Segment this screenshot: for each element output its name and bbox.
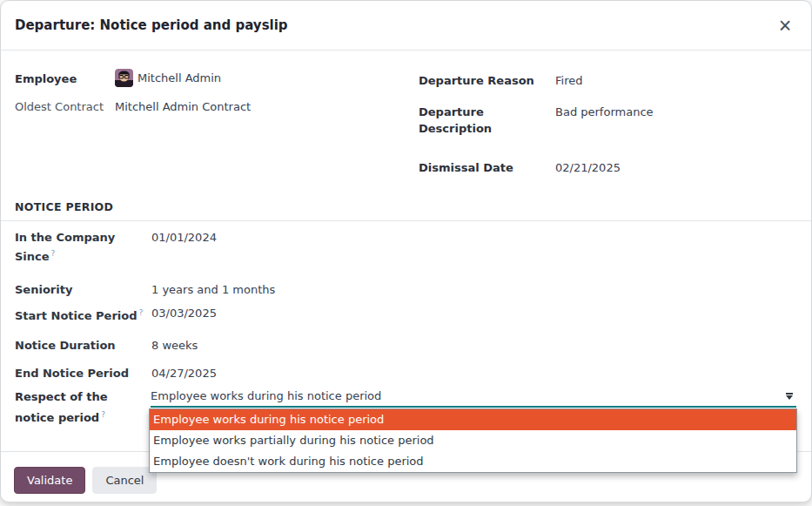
oldest-contract-label: Oldest Contract xyxy=(15,98,115,115)
seniority-label: Seniority xyxy=(15,281,151,298)
oldest-contract-link[interactable]: Mitchell Admin Contract xyxy=(115,98,251,115)
dropdown-caret-icon xyxy=(785,392,794,401)
cancel-button[interactable]: Cancel xyxy=(92,467,157,494)
departure-description-label: Departure Description xyxy=(419,104,555,137)
modal-header: Departure: Notice period and payslip × xyxy=(1,1,811,51)
departure-reason-value: Fired xyxy=(555,72,582,89)
help-icon: ? xyxy=(101,410,105,419)
notice-period-section-heading: NOTICE PERIOD xyxy=(1,200,811,221)
end-notice-period-row: End Notice Period 04/27/2025 xyxy=(15,365,415,381)
start-notice-period-value[interactable]: 03/03/2025 xyxy=(151,305,217,321)
employee-name[interactable]: Mitchell Admin xyxy=(138,70,221,86)
notice-period-fields: In the Company Since? 01/01/2024 Seniori… xyxy=(15,229,415,394)
seniority-row: Seniority 1 years and 1 months xyxy=(15,281,415,298)
end-notice-period-label: End Notice Period xyxy=(15,365,151,381)
dismissal-date-label: Dismissal Date xyxy=(419,159,555,176)
start-notice-period-label: Start Notice Period? xyxy=(15,305,151,324)
in-company-since-label: In the Company Since? xyxy=(15,229,151,265)
start-notice-period-row: Start Notice Period? 03/03/2025 xyxy=(15,305,415,324)
notice-duration-label: Notice Duration xyxy=(15,337,151,354)
respect-notice-label: Respect of the notice period? xyxy=(15,388,147,427)
close-button[interactable]: × xyxy=(771,11,799,39)
employee-value: Mitchell Admin xyxy=(115,69,221,87)
in-company-since-value[interactable]: 01/01/2024 xyxy=(151,229,217,246)
departure-reason-label: Departure Reason xyxy=(419,72,555,89)
employee-group: Employee Mitchell Admin Oldest Contract xyxy=(15,71,398,126)
employee-row: Employee Mitchell Admin xyxy=(15,71,398,87)
end-notice-period-value[interactable]: 04/27/2025 xyxy=(151,365,217,381)
respect-notice-select[interactable]: Employee works during his notice period xyxy=(151,387,796,408)
employee-avatar-icon xyxy=(115,69,133,87)
departure-description-row: Departure Description Bad performance xyxy=(419,104,802,137)
notice-duration-row: Notice Duration 8 weeks xyxy=(15,337,415,354)
departure-description-value[interactable]: Bad performance xyxy=(555,104,654,120)
respect-notice-dropdown: Employee works during his notice period … xyxy=(149,408,797,473)
help-icon: ? xyxy=(138,308,143,317)
dismissal-date-value[interactable]: 02/21/2025 xyxy=(555,159,621,176)
in-company-since-row: In the Company Since? 01/01/2024 xyxy=(15,229,415,265)
seniority-value: 1 years and 1 months xyxy=(151,281,275,298)
notice-duration-value: 8 weeks xyxy=(151,337,198,354)
select-option-works[interactable]: Employee works during his notice period xyxy=(150,409,796,430)
departure-reason-row: Departure Reason Fired xyxy=(419,72,802,89)
select-option-works-partially[interactable]: Employee works partially during his noti… xyxy=(150,430,796,451)
help-icon: ? xyxy=(51,249,56,258)
departure-group: Departure Reason Fired Departure Descrip… xyxy=(419,72,802,191)
oldest-contract-row: Oldest Contract Mitchell Admin Contract xyxy=(15,98,398,115)
employee-label: Employee xyxy=(15,71,115,87)
validate-button[interactable]: Validate xyxy=(14,467,85,494)
footer-buttons: Validate Cancel xyxy=(14,467,157,494)
dialog-title: Departure: Notice period and payslip xyxy=(15,17,288,33)
select-option-doesnt-work[interactable]: Employee doesn't work during his notice … xyxy=(150,451,796,472)
departure-modal: Departure: Notice period and payslip × E… xyxy=(0,0,812,503)
close-icon: × xyxy=(779,13,792,37)
dismissal-date-row: Dismissal Date 02/21/2025 xyxy=(419,159,802,176)
respect-notice-selected-value: Employee works during his notice period xyxy=(151,389,381,402)
